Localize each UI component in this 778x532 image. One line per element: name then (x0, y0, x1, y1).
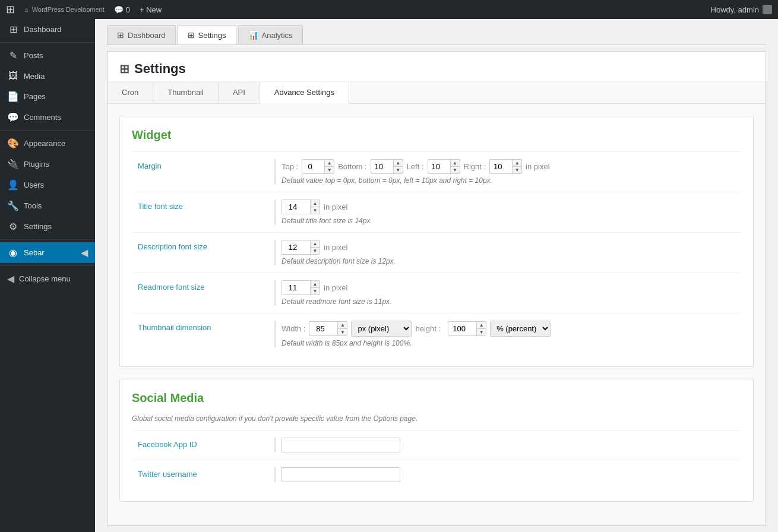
margin-bottom-down[interactable]: ▼ (393, 167, 403, 173)
settings-wrap: ⊞ Settings Cron Thumbnail API Advance Se… (107, 51, 766, 526)
title-font-size-controls: ▲ ▼ in pixel Default title font size is … (274, 200, 741, 225)
sidebar-item-sebar[interactable]: ◉ Sebar ◀ (0, 242, 95, 263)
margin-top-up[interactable]: ▲ (324, 160, 334, 167)
margin-controls-row: Top : ▲ ▼ Bottom : (282, 159, 741, 174)
readmore-font-size-spin-wrap: ▲ ▼ (282, 280, 320, 295)
tab-api[interactable]: API (219, 82, 260, 103)
thumbnail-dimension-hint: Default width is 85px and height is 100%… (282, 339, 741, 347)
readmore-font-size-controls-row: ▲ ▼ in pixel (282, 280, 741, 295)
right-spin-wrap: ▲ ▼ (489, 159, 522, 174)
readmore-font-size-down[interactable]: ▼ (310, 288, 320, 294)
site-name[interactable]: ⌂ WordPress Development (24, 6, 105, 13)
thumbnail-height-down[interactable]: ▼ (476, 329, 486, 335)
avatar (763, 5, 772, 14)
description-font-size-up[interactable]: ▲ (310, 240, 320, 248)
dashboard-icon: ⊞ (7, 24, 19, 35)
title-font-size-spin-btns: ▲ ▼ (310, 200, 320, 214)
readmore-font-size-controls: ▲ ▼ in pixel Default readmore font size … (274, 280, 741, 306)
twitter-username-input[interactable] (282, 467, 400, 482)
social-media-subtitle: Global social media configuration if you… (132, 414, 741, 423)
tab-content: Widget Margin Top : ▲ ▼ (107, 104, 766, 525)
margin-right-up[interactable]: ▲ (512, 160, 521, 167)
twitter-username-controls (274, 467, 741, 482)
thumbnail-width-up[interactable]: ▲ (337, 322, 347, 329)
social-media-title: Social Media (132, 391, 741, 405)
sebar-icon: ◉ (7, 247, 19, 258)
right-label: Right : (464, 162, 486, 171)
facebook-app-id-label: Facebook App ID (132, 438, 274, 449)
readmore-font-size-up[interactable]: ▲ (310, 281, 320, 288)
facebook-app-id-input[interactable] (282, 438, 400, 452)
comments-link[interactable]: 💬 0 (114, 5, 130, 14)
settings-tab-icon: ⊞ (188, 30, 195, 40)
sidebar-item-posts[interactable]: ✎ Posts (0, 45, 95, 66)
readmore-font-size-unit: in pixel (324, 283, 347, 292)
sidebar-item-settings[interactable]: ⚙ Settings (0, 216, 95, 237)
tab-settings[interactable]: ⊞ Settings (178, 25, 236, 45)
social-media-section: Social Media Global social media configu… (119, 379, 754, 502)
margin-controls: Top : ▲ ▼ Bottom : (274, 159, 741, 185)
collapse-arrow-icon: ◀ (7, 273, 14, 284)
sidebar-item-dashboard[interactable]: ⊞ Dashboard (0, 19, 95, 40)
sidebar-item-users[interactable]: 👤 Users (0, 175, 95, 195)
description-font-size-spin-btns: ▲ ▼ (310, 240, 320, 254)
tab-thumbnail[interactable]: Thumbnail (153, 82, 219, 103)
thumbnail-width-down[interactable]: ▼ (337, 329, 347, 335)
sidebar-item-pages[interactable]: 📄 Pages (0, 86, 95, 107)
width-label: Width : (282, 324, 305, 333)
collapse-menu[interactable]: ◀ Collapse menu (0, 268, 95, 289)
margin-left-down[interactable]: ▼ (450, 167, 460, 173)
new-link[interactable]: + New (140, 5, 162, 14)
wp-logo-icon[interactable]: ⊞ (6, 3, 15, 16)
margin-top-down[interactable]: ▼ (324, 167, 334, 173)
margin-bottom-up[interactable]: ▲ (393, 160, 403, 167)
facebook-app-id-controls (274, 438, 741, 452)
margin-left-up[interactable]: ▲ (450, 160, 460, 167)
tab-dashboard[interactable]: ⊞ Dashboard (107, 25, 176, 45)
main-content: ⊞ Dashboard ⊞ Settings 📊 Analytics ⊞ Set… (95, 19, 778, 532)
users-icon: 👤 (7, 179, 19, 191)
widget-section-title: Widget (132, 128, 741, 142)
description-font-size-label: Description font size (132, 240, 274, 251)
plugins-icon: 🔌 (7, 159, 19, 170)
title-font-size-up[interactable]: ▲ (310, 200, 320, 207)
sidebar-item-appearance[interactable]: 🎨 Appearance (0, 133, 95, 154)
readmore-font-size-hint: Default readmore font size is 11px. (282, 297, 741, 306)
thumbnail-width-unit-select[interactable]: px (pixel) % (percent) (351, 321, 412, 337)
sidebar-item-plugins[interactable]: 🔌 Plugins (0, 154, 95, 175)
title-font-size-row: Title font size ▲ ▼ in pi (132, 192, 741, 232)
title-font-size-hint: Default title font size is 14px. (282, 217, 741, 225)
twitter-username-row: Twitter username (132, 460, 741, 489)
thumbnail-height-spin-btns: ▲ ▼ (476, 322, 486, 335)
comments-menu-icon: 💬 (7, 112, 19, 123)
sidebar-item-tools[interactable]: 🔧 Tools (0, 195, 95, 216)
sebar-arrow-icon: ◀ (81, 247, 88, 258)
thumbnail-dimension-label: Thumbnail dimension (132, 321, 274, 332)
menu-separator-3 (0, 239, 95, 240)
description-font-size-controls-row: ▲ ▼ in pixel (282, 240, 741, 255)
analytics-tab-icon: 📊 (248, 30, 258, 40)
tab-advance-settings[interactable]: Advance Settings (260, 82, 349, 104)
margin-right-down[interactable]: ▼ (512, 167, 521, 173)
title-font-size-spin-wrap: ▲ ▼ (282, 200, 320, 214)
sidebar-item-media[interactable]: 🖼 Media (0, 66, 95, 86)
readmore-font-size-row: Readmore font size ▲ ▼ in (132, 273, 741, 313)
description-font-size-spin-wrap: ▲ ▼ (282, 240, 320, 255)
description-font-size-down[interactable]: ▼ (310, 248, 320, 254)
settings-header: ⊞ Settings (107, 52, 766, 82)
description-font-size-controls: ▲ ▼ in pixel Default description font si… (274, 240, 741, 265)
thumbnail-width-spin-btns: ▲ ▼ (337, 322, 347, 335)
tab-cron[interactable]: Cron (107, 82, 153, 103)
title-font-size-down[interactable]: ▼ (310, 207, 320, 214)
margin-row: Margin Top : ▲ ▼ (132, 151, 741, 192)
tab-analytics[interactable]: 📊 Analytics (238, 25, 303, 45)
left-spin-wrap: ▲ ▼ (428, 159, 460, 174)
facebook-app-id-row: Facebook App ID (132, 430, 741, 460)
margin-right-spin-btns: ▲ ▼ (512, 160, 521, 173)
posts-icon: ✎ (7, 50, 19, 61)
thumbnail-height-unit-select[interactable]: px (pixel) % (percent) (490, 321, 551, 337)
sidebar-item-comments[interactable]: 💬 Comments (0, 107, 95, 128)
margin-left-spin-btns: ▲ ▼ (450, 160, 460, 173)
thumbnail-height-up[interactable]: ▲ (476, 322, 486, 329)
howdy-section: Howdy, admin (711, 5, 772, 14)
